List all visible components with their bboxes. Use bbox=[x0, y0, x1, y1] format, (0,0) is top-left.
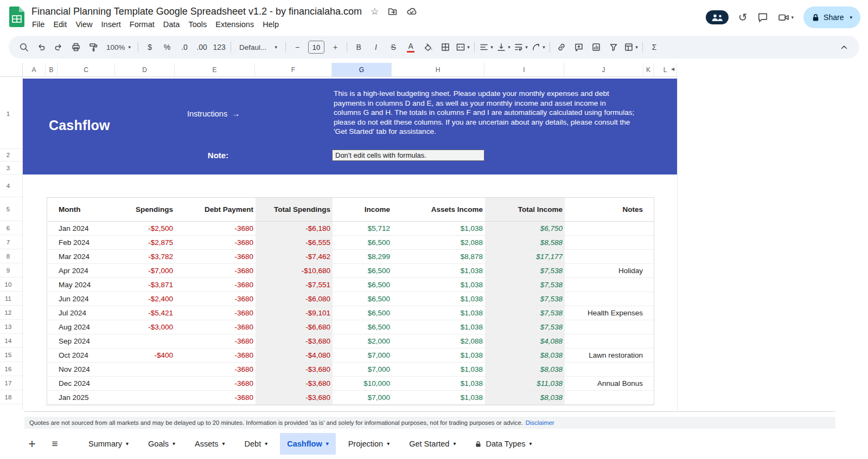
cell-tinc[interactable]: $7,538 bbox=[485, 320, 565, 334]
cell-spend[interactable]: -$400 bbox=[116, 348, 175, 362]
cell-notes[interactable]: Health Expenses bbox=[565, 306, 654, 320]
cell-debt[interactable]: -3680 bbox=[175, 334, 256, 348]
cell-tinc[interactable]: $7,538 bbox=[485, 278, 565, 292]
increase-decimal-button[interactable]: .00 bbox=[194, 39, 210, 55]
cell-tinc[interactable]: $7,538 bbox=[485, 292, 565, 306]
cell-month[interactable]: Dec 2024 bbox=[47, 377, 116, 390]
cell-notes[interactable] bbox=[565, 334, 654, 348]
sheet-tab-summary[interactable]: Summary▾ bbox=[81, 433, 136, 455]
add-sheet-button[interactable]: + bbox=[24, 436, 40, 452]
cell-assets[interactable]: $2,088 bbox=[392, 334, 485, 348]
cell-assets[interactable]: $1,038 bbox=[392, 306, 485, 320]
strikethrough-button[interactable]: S bbox=[385, 39, 401, 55]
text-color-button[interactable]: A bbox=[403, 39, 419, 55]
cell-income[interactable]: $7,000 bbox=[333, 363, 392, 376]
cell-income[interactable]: $2,000 bbox=[333, 334, 392, 348]
cell-assets[interactable]: $1,038 bbox=[392, 222, 485, 235]
sheet-canvas[interactable]: 123456789101112131415161718 Cashflow Ins… bbox=[0, 77, 868, 410]
cell-tinc[interactable]: $17,177 bbox=[485, 250, 565, 263]
format-percent-button[interactable]: % bbox=[159, 39, 175, 55]
row-header-1[interactable]: 1 bbox=[0, 79, 22, 149]
meet-camera-icon[interactable]: ▾ bbox=[778, 12, 794, 22]
cell-income[interactable]: $6,500 bbox=[333, 278, 392, 292]
cell-income[interactable]: $6,500 bbox=[333, 264, 392, 277]
column-header-f[interactable]: F bbox=[255, 63, 332, 77]
cell-debt[interactable]: -3680 bbox=[175, 306, 256, 320]
cell-tinc[interactable]: $8,038 bbox=[485, 363, 565, 376]
row-header-12[interactable]: 12 bbox=[0, 306, 22, 320]
hide-menus-button[interactable] bbox=[836, 39, 852, 55]
cell-month[interactable]: Feb 2024 bbox=[47, 236, 116, 249]
cell-tinc[interactable]: $6,750 bbox=[485, 222, 565, 235]
disclaimer-link[interactable]: Disclaimer bbox=[526, 419, 554, 426]
sheet-tab-goals[interactable]: Goals▾ bbox=[141, 433, 182, 455]
row-header-2[interactable]: 2 bbox=[0, 149, 22, 161]
cell-income[interactable]: $8,299 bbox=[333, 250, 392, 263]
column-header-i[interactable]: I bbox=[484, 63, 564, 77]
create-filter-button[interactable] bbox=[605, 39, 622, 55]
cell-tspend[interactable]: -$3,680 bbox=[256, 334, 333, 348]
star-icon[interactable]: ☆ bbox=[371, 7, 379, 16]
cell-month[interactable]: Sep 2024 bbox=[47, 334, 116, 348]
cell-tspend[interactable]: -$3,680 bbox=[256, 377, 333, 390]
document-title[interactable]: Financial Planning Template Google Sprea… bbox=[31, 6, 362, 17]
cell-tinc[interactable]: $7,538 bbox=[485, 306, 565, 320]
cell-month[interactable]: Oct 2024 bbox=[47, 348, 116, 362]
row-header-14[interactable]: 14 bbox=[0, 334, 22, 348]
sheet-tab-get-started[interactable]: Get Started▾ bbox=[402, 433, 463, 455]
cell-assets[interactable]: $1,038 bbox=[392, 292, 485, 306]
row-header-10[interactable]: 10 bbox=[0, 277, 22, 292]
insert-chart-button[interactable] bbox=[588, 39, 604, 55]
row-header-7[interactable]: 7 bbox=[0, 235, 22, 249]
cell-debt[interactable]: -3680 bbox=[175, 363, 256, 376]
cell-month[interactable]: Jun 2024 bbox=[47, 292, 116, 306]
format-currency-button[interactable]: $ bbox=[142, 39, 158, 55]
cell-debt[interactable]: -3680 bbox=[175, 250, 256, 263]
cell-income[interactable]: $5,712 bbox=[333, 222, 392, 235]
column-header-g[interactable]: G bbox=[332, 63, 392, 77]
cell-tspend[interactable]: -$6,680 bbox=[256, 320, 333, 334]
cell-assets[interactable]: $2,088 bbox=[392, 236, 485, 249]
cell-tinc[interactable]: $8,588 bbox=[485, 236, 565, 249]
cell-notes[interactable] bbox=[565, 278, 654, 292]
cell-debt[interactable]: -3680 bbox=[175, 222, 256, 235]
increase-font-size-button[interactable]: + bbox=[327, 39, 343, 55]
undo-button[interactable] bbox=[33, 39, 49, 55]
table-views-button[interactable]: ▾ bbox=[623, 39, 639, 55]
menu-tools[interactable]: Tools bbox=[184, 18, 211, 30]
menu-insert[interactable]: Insert bbox=[97, 18, 125, 30]
more-formats-button[interactable]: 123 bbox=[211, 39, 227, 55]
cell-assets[interactable]: $1,038 bbox=[392, 348, 485, 362]
decrease-font-size-button[interactable]: − bbox=[289, 39, 305, 55]
version-history-icon[interactable]: ↺ bbox=[738, 12, 748, 23]
hidden-columns-icon[interactable]: ◀ bbox=[671, 67, 674, 72]
horizontal-align-button[interactable]: ▾ bbox=[478, 39, 494, 55]
row-header-13[interactable]: 13 bbox=[0, 320, 22, 334]
font-select[interactable]: Defaul... ▾ bbox=[234, 39, 282, 55]
cell-income[interactable]: $6,500 bbox=[333, 292, 392, 306]
column-header-b[interactable]: B bbox=[46, 63, 58, 77]
text-wrap-button[interactable]: ▾ bbox=[513, 39, 529, 55]
cell-spend[interactable]: -$2,875 bbox=[116, 236, 175, 249]
sheet-tab-assets[interactable]: Assets▾ bbox=[188, 433, 232, 455]
header-banner[interactable]: Cashflow Instructions → This is a high-l… bbox=[23, 79, 677, 174]
cell-tspend[interactable]: -$4,080 bbox=[256, 348, 333, 362]
column-header-k[interactable]: K bbox=[643, 63, 654, 77]
print-button[interactable] bbox=[68, 39, 84, 55]
row-header-4[interactable]: 4 bbox=[0, 174, 22, 197]
column-header-c[interactable]: C bbox=[58, 63, 115, 77]
menu-data[interactable]: Data bbox=[159, 18, 184, 30]
cell-assets[interactable]: $1,038 bbox=[392, 377, 485, 390]
borders-button[interactable] bbox=[437, 39, 454, 55]
sheet-tab-projection[interactable]: Projection▾ bbox=[341, 433, 397, 455]
cell-tspend[interactable]: -$7,462 bbox=[256, 250, 333, 263]
cell-debt[interactable]: -3680 bbox=[175, 292, 256, 306]
horizontal-scrollbar[interactable] bbox=[24, 411, 835, 412]
all-sheets-button[interactable]: ≡ bbox=[47, 436, 63, 452]
cell-spend[interactable] bbox=[116, 391, 175, 404]
cell-tspend[interactable]: -$6,555 bbox=[256, 236, 333, 249]
move-folder-icon[interactable] bbox=[387, 7, 398, 17]
cell-spend[interactable]: -$3,782 bbox=[116, 250, 175, 263]
text-rotation-button[interactable]: ▾ bbox=[530, 39, 546, 55]
cell-tspend[interactable]: -$10,680 bbox=[256, 264, 333, 277]
